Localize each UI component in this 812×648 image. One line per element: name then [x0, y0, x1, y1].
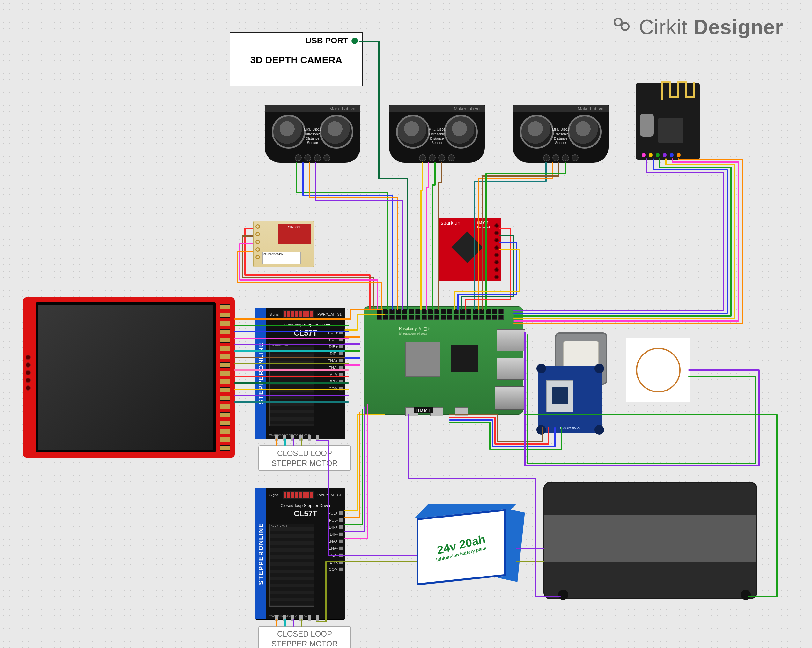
depth-camera-usb-label: USB PORT — [305, 36, 348, 46]
brand-prefix: Cirkit — [639, 15, 688, 38]
driver-brand: STEPPERONLINE — [255, 489, 266, 619]
transducer-icon — [320, 115, 353, 149]
sparkfun-pins[interactable] — [495, 223, 499, 279]
component-nrf24l01[interactable] — [636, 83, 700, 159]
ultrasonic-label: MKL-US01 Ultrasonic Distance Sensor — [427, 128, 447, 145]
rpi-ethernet-port[interactable] — [495, 387, 525, 410]
usb-port-icon[interactable] — [351, 38, 358, 44]
driver-brand: STEPPERONLINE — [255, 308, 266, 439]
imu-chip-icon — [452, 232, 483, 263]
rpi-ram-icon — [451, 345, 478, 372]
depth-camera-usb-row: USB PORT — [230, 32, 362, 46]
driver-signal-pins[interactable]: PUL+PUL- DIR+DIR- ENA+ENA- ALMBRK COM — [328, 330, 343, 392]
component-speaker-coil[interactable] — [626, 338, 690, 402]
sim-pins[interactable] — [255, 224, 260, 260]
component-battery-24v[interactable]: 24v 20ah lithium-ion battery pack — [417, 507, 521, 588]
transducer-icon — [568, 115, 601, 149]
tft-touch-pins[interactable] — [26, 355, 32, 391]
transducer-icon — [444, 115, 478, 149]
rpi-usbc-power[interactable] — [455, 407, 468, 416]
component-depth-camera[interactable]: USB PORT 3D DEPTH CAMERA — [230, 32, 363, 86]
depth-camera-title: 3D DEPTH CAMERA — [230, 46, 362, 66]
maker-label: MakerLab.vn — [389, 105, 485, 112]
inverter-terminals[interactable] — [558, 590, 751, 600]
gps-chip-icon — [546, 380, 574, 412]
driver-power-pins[interactable] — [275, 616, 319, 621]
component-ultrasonic-1[interactable]: MakerLab.vn MKL-US01 Ultrasonic Distance… — [265, 105, 360, 163]
component-gps-neo6m[interactable]: GY-GPS6MV2 — [538, 366, 602, 433]
coil-icon — [636, 348, 681, 393]
rpi-usb3-port[interactable] — [496, 329, 525, 351]
rpi-hdmi-label: HDMI — [414, 407, 433, 413]
maker-label: MakerLab.vn — [513, 105, 609, 112]
component-ultrasonic-3[interactable]: MakerLab.vn MKL-US01 Ultrasonic Distance… — [513, 105, 609, 163]
rpi-gpio-header[interactable] — [377, 309, 504, 320]
transducer-icon — [396, 115, 430, 149]
ultrasonic-pins[interactable] — [419, 154, 455, 162]
sparkfun-chip-label: LSM9DS1 Breakout — [475, 221, 490, 229]
component-sim800l[interactable]: SIM800L S2-1065V-Z143N — [253, 221, 314, 267]
rf-chip-icon — [658, 118, 683, 143]
dip-switch-icon[interactable] — [283, 491, 314, 499]
rpi-silkscreen: Raspberry Pi 5 (c) Raspberry Pi 2023 — [399, 326, 430, 335]
component-stepper-driver-1[interactable]: STEPPERONLINE Signal PWR/ALM S1 Closed-l… — [255, 307, 345, 439]
battery-face: 24v 20ah lithium-ion battery pack — [417, 509, 506, 585]
tft-header-pins[interactable] — [220, 304, 233, 451]
maker-label: MakerLab.vn — [265, 105, 360, 112]
antenna-icon — [661, 79, 696, 101]
brand-suffix: Designer — [693, 15, 783, 38]
dip-switch-icon[interactable] — [283, 310, 314, 318]
stepper-motor-label-2[interactable]: CLOSED LOOP STEPPER MOTOR — [258, 626, 351, 648]
ultrasonic-label: MKL-US01 Ultrasonic Distance Sensor — [302, 128, 323, 145]
gps-footer: GY-GPS6MV2 — [560, 426, 580, 430]
component-ultrasonic-2[interactable]: MakerLab.vn MKL-US01 Ultrasonic Distance… — [389, 105, 485, 163]
ultrasonic-pins[interactable] — [295, 154, 330, 162]
brand-header: Cirkit Designer — [612, 15, 783, 39]
driver-pulse-table: Pulse/rev Table — [270, 343, 314, 426]
rpi-logo-icon — [424, 327, 427, 331]
rpi-usb2-port[interactable] — [496, 358, 525, 380]
transducer-icon — [272, 115, 305, 149]
component-raspberry-pi-5[interactable]: Raspberry Pi 5 (c) Raspberry Pi 2023 HDM… — [363, 306, 523, 415]
driver-power-pins[interactable] — [275, 435, 319, 441]
transducer-icon — [520, 115, 554, 149]
component-sparkfun-imu[interactable]: sparkfun LSM9DS1 Breakout — [438, 218, 501, 281]
rpi-soc-icon — [405, 342, 440, 377]
ultrasonic-label: MKL-US01 Ultrasonic Distance Sensor — [551, 128, 571, 145]
brand-name: Cirkit Designer — [639, 15, 783, 39]
driver-header: Signal PWR/ALM S1 — [270, 310, 342, 318]
component-inverter[interactable] — [543, 482, 757, 599]
nrf-pins[interactable] — [642, 153, 681, 157]
component-tft-lcd[interactable] — [23, 297, 235, 457]
stepper-motor-label-1[interactable]: CLOSED LOOP STEPPER MOTOR — [258, 445, 351, 471]
ultrasonic-pins[interactable] — [543, 154, 578, 162]
sparkfun-brand: sparkfun — [438, 218, 501, 226]
lcd-screen — [36, 303, 215, 452]
driver-signal-pins[interactable]: PUL+PUL- DIR+DIR- ENA+ENA- ALMBRK COM — [328, 510, 343, 573]
sim-sticker: S2-1065V-Z143N — [263, 252, 301, 264]
brand-logo-icon — [612, 15, 635, 38]
component-stepper-driver-2[interactable]: STEPPERONLINE Signal PWR/ALM S1 Closed-l… — [255, 488, 345, 620]
driver-header: Signal PWR/ALM S1 — [270, 491, 342, 499]
crystal-icon — [640, 113, 654, 136]
sim-module-label: SIM800L — [278, 224, 311, 244]
driver-pulse-table: Pulse/rev Table — [270, 524, 314, 607]
